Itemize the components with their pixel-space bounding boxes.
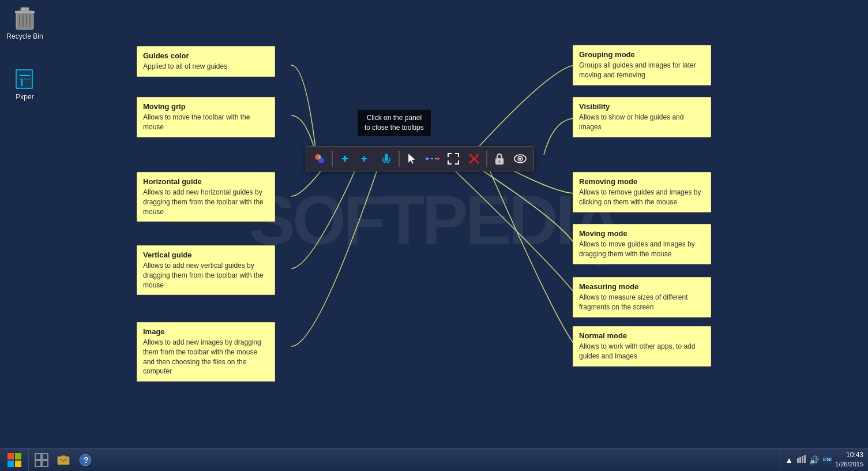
- add-vertical-guide-button[interactable]: +: [356, 149, 375, 169]
- visibility-body: Allows to show or hide guides and images: [579, 113, 705, 132]
- svg-rect-40: [804, 455, 806, 463]
- connection-lines: [0, 0, 868, 448]
- visibility-title: Visibility: [579, 102, 705, 111]
- remove-mode-button[interactable]: [464, 149, 484, 169]
- normal-mode-tooltip: Normal mode Allows to work with other ap…: [573, 326, 711, 367]
- guides-color-button[interactable]: [310, 149, 329, 169]
- svg-rect-37: [797, 458, 799, 463]
- taskbar-item-1[interactable]: [31, 451, 52, 469]
- svg-rect-32: [35, 461, 41, 466]
- recycle-bin-glyph: [13, 6, 36, 31]
- svg-rect-28: [7, 461, 14, 467]
- vertical-guide-tooltip: Vertical guide Allows to add new vertica…: [137, 245, 275, 295]
- tray-arrow-icon[interactable]: ▲: [785, 455, 793, 465]
- normal-mode-title: Normal mode: [579, 331, 705, 340]
- clock-date: 1/26/2015: [835, 460, 863, 469]
- tray-network-icon[interactable]: [796, 454, 806, 465]
- taskbar-items: ?: [29, 448, 780, 472]
- measuring-mode-body: Allows to measure sizes of different fra…: [579, 293, 705, 312]
- clock-time: 10:43: [835, 450, 863, 460]
- taskbar-item-2[interactable]: [53, 451, 74, 469]
- watermark: SOFTPEDIA: [249, 180, 619, 260]
- recycle-bin-icon[interactable]: Recycle Bin: [5, 6, 45, 40]
- measuring-mode-tooltip: Measuring mode Allows to measure sizes o…: [573, 277, 711, 317]
- vertical-guide-title: Vertical guide: [143, 251, 269, 259]
- svg-rect-33: [42, 461, 48, 466]
- select-button[interactable]: [402, 149, 422, 169]
- toolbar-separator-1: [332, 151, 333, 167]
- grouping-mode-button[interactable]: [490, 149, 509, 169]
- vertical-guide-body: Allows to add new vertical guides by dra…: [143, 261, 269, 290]
- image-body: Allows to add new images by dragging the…: [143, 338, 269, 376]
- tray-volume-icon[interactable]: 🔊: [809, 455, 819, 465]
- svg-rect-29: [15, 461, 21, 467]
- start-button[interactable]: [0, 448, 29, 472]
- pxper-icon[interactable]: Pxper: [5, 66, 45, 101]
- svg-point-22: [498, 160, 501, 163]
- taskbar: ? ▲ 🔊 ENG 10:43 1/26/2015: [0, 448, 868, 471]
- taskbar-clock[interactable]: 10:43 1/26/2015: [835, 450, 863, 469]
- grouping-mode-tooltip: Grouping mode Groups all guides and imag…: [573, 45, 711, 85]
- taskbar-item-3[interactable]: ?: [75, 451, 96, 469]
- recycle-bin-label: Recycle Bin: [6, 32, 43, 40]
- moving-mode-tooltip: Moving mode Allows to move guides and im…: [573, 224, 711, 264]
- removing-mode-title: Removing mode: [579, 177, 705, 186]
- measuring-mode-button[interactable]: [423, 149, 442, 169]
- visibility-button[interactable]: [510, 149, 530, 169]
- svg-point-18: [437, 158, 440, 160]
- pxper-glyph: [13, 66, 36, 92]
- image-button[interactable]: [377, 149, 396, 169]
- horizontal-guide-body: Allows to add new horizontal guides by d…: [143, 188, 269, 216]
- image-title: Image: [143, 327, 269, 336]
- svg-point-25: [519, 158, 521, 160]
- svg-rect-2: [21, 8, 29, 11]
- taskbar-tray: ▲ 🔊 ENG 10:43 1/26/2015: [780, 448, 868, 472]
- measuring-mode-title: Measuring mode: [579, 282, 705, 291]
- tray-language-icon[interactable]: ENG: [822, 454, 832, 465]
- toolbar-separator-3: [486, 151, 487, 167]
- desktop: SOFTPEDIA ® Recycle Bin Px: [0, 0, 868, 448]
- removing-mode-tooltip: Removing mode Allows to remove guides an…: [573, 172, 711, 212]
- pxper-label: Pxper: [16, 93, 33, 101]
- toolbar-close-tooltip: Click on the panel to close the tooltips: [358, 110, 431, 136]
- svg-rect-31: [42, 454, 48, 459]
- image-tooltip: Image Allows to add new images by draggi…: [137, 322, 275, 382]
- moving-mode-body: Allows to move guides and images by drag…: [579, 240, 705, 259]
- svg-rect-30: [35, 454, 41, 459]
- moving-grip-title: Moving grip: [143, 102, 269, 111]
- svg-text:?: ?: [84, 455, 89, 465]
- expand-button[interactable]: [444, 149, 463, 169]
- svg-point-17: [426, 158, 429, 160]
- svg-rect-39: [802, 456, 803, 463]
- svg-rect-0: [16, 11, 33, 29]
- horizontal-guide-title: Horizontal guide: [143, 177, 269, 186]
- svg-rect-38: [799, 457, 801, 463]
- guides-color-tooltip: Guides color Applied to all of new guide…: [137, 46, 275, 77]
- toolbar-separator-2: [399, 151, 400, 167]
- svg-rect-26: [7, 453, 14, 459]
- normal-mode-body: Allows to work with other apps, to add g…: [579, 342, 705, 361]
- horizontal-guide-tooltip: Horizontal guide Allows to add new horiz…: [137, 172, 275, 222]
- grouping-mode-title: Grouping mode: [579, 50, 705, 59]
- guides-color-body: Applied to all of new guides: [143, 62, 269, 72]
- moving-grip-body: Allows to move the toolbar with the mous…: [143, 113, 269, 132]
- moving-grip-tooltip: Moving grip Allows to move the toolbar w…: [137, 97, 275, 137]
- add-horizontal-guide-button[interactable]: +: [335, 149, 355, 169]
- svg-rect-34: [58, 457, 69, 465]
- toolbar: + +: [306, 146, 534, 171]
- guides-color-title: Guides color: [143, 51, 269, 60]
- moving-mode-title: Moving mode: [579, 229, 705, 238]
- svg-rect-1: [15, 11, 35, 13]
- svg-point-13: [318, 155, 321, 159]
- visibility-tooltip: Visibility Allows to show or hide guides…: [573, 97, 711, 137]
- svg-text:ENG: ENG: [823, 457, 832, 462]
- removing-mode-body: Allows to remove guides and images by cl…: [579, 188, 705, 207]
- svg-text:+: +: [361, 153, 367, 165]
- svg-rect-27: [15, 453, 21, 459]
- grouping-mode-body: Groups all guides and images for later m…: [579, 61, 705, 80]
- add-horizontal-icon: +: [341, 153, 348, 165]
